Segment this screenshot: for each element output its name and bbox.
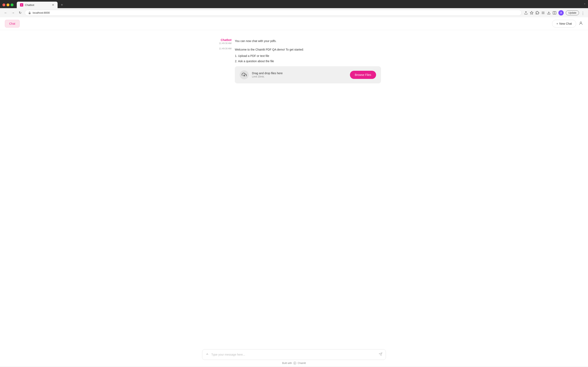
chevron-down-icon: ˅ — [584, 3, 586, 7]
lock-icon — [28, 11, 31, 14]
new-tab-button[interactable]: + — [59, 2, 65, 8]
app-header: Chat + New Chat — [0, 17, 588, 30]
send-button[interactable] — [379, 352, 382, 357]
chainlit-logo-icon — [293, 361, 296, 365]
chat-button[interactable]: Chat — [5, 20, 20, 27]
svg-marker-1 — [530, 11, 533, 14]
more-options-icon[interactable]: ⋮ — [581, 11, 585, 15]
browse-files-button[interactable]: Browse Files — [350, 71, 376, 79]
expand-input-button[interactable] — [206, 352, 209, 357]
url-bar[interactable]: localhost:8000 — [25, 10, 522, 16]
message-sender: Chatbot — [221, 38, 232, 42]
message-time-2: 11:49:30 AM — [219, 47, 232, 50]
tab-close-button[interactable]: ✕ — [52, 3, 54, 7]
download-icon[interactable] — [547, 11, 551, 15]
new-chat-icon: + — [556, 22, 558, 25]
message-meta: Chatbot 11:49:30 AM — [207, 38, 232, 44]
tab-title: Chatbot — [25, 3, 34, 7]
chainlit-brand-text: Chainlit — [298, 362, 306, 365]
forward-button[interactable]: → — [11, 10, 16, 16]
address-bar: ← → ↻ localhost:8000 — [0, 8, 588, 17]
message-content-2: Welcome to the Chainlit PDF QA demo! To … — [235, 47, 381, 83]
app-container: Chat + New Chat Chatbot 11:49:30 AM You — [0, 17, 588, 366]
list-item: Upload a PDF or text file — [238, 53, 381, 58]
steps-list: Upload a PDF or text file Ask a question… — [238, 53, 381, 64]
favicon-symbol: ✦ — [21, 4, 22, 6]
new-chat-button[interactable]: + New Chat — [552, 20, 576, 27]
back-button[interactable]: ← — [3, 10, 8, 16]
message-row-2: 11:49:30 AM Welcome to the Chainlit PDF … — [202, 46, 386, 84]
close-button[interactable] — [2, 3, 5, 6]
user-icon — [579, 21, 583, 25]
svg-rect-0 — [29, 13, 31, 14]
upload-icon[interactable] — [524, 11, 528, 15]
reading-list-icon[interactable] — [541, 11, 545, 15]
user-avatar-button[interactable]: A — [558, 10, 564, 16]
message-meta-2: 11:49:30 AM — [207, 47, 232, 83]
tab-bar: ✦ Chatbot ✕ + ˅ — [0, 0, 588, 8]
user-profile-button[interactable] — [579, 21, 583, 26]
active-tab[interactable]: ✦ Chatbot ✕ — [17, 2, 58, 8]
maximize-button[interactable] — [11, 3, 13, 6]
message-content: You can now chat with your pdfs. — [235, 38, 381, 44]
input-area: Built with Chainlit — [0, 346, 588, 366]
toolbar-icons: A Update ⋮ — [524, 10, 585, 16]
message-row: Chatbot 11:49:30 AM You can now chat wit… — [202, 37, 386, 46]
message-time: 11:49:30 AM — [219, 42, 232, 44]
file-upload-area[interactable]: Drag and drop files here Limit 20mb. Bro… — [235, 66, 381, 83]
header-right: + New Chat — [552, 20, 583, 27]
chat-area: Chatbot 11:49:30 AM You can now chat wit… — [202, 30, 386, 346]
upload-left: Drag and drop files here Limit 20mb. — [240, 70, 283, 79]
browser-chrome: ✦ Chatbot ✕ + ˅ ← → ↻ localhost:8000 — [0, 0, 588, 17]
list-item: Ask a question about the file — [238, 59, 381, 64]
tab-favicon-icon: ✦ — [20, 3, 23, 7]
minimize-button[interactable] — [7, 3, 9, 6]
bookmark-star-icon[interactable] — [530, 11, 534, 15]
upload-text: Drag and drop files here Limit 20mb. — [252, 72, 283, 78]
upload-cloud-icon — [240, 70, 249, 79]
built-with-text: Built with — [282, 362, 292, 365]
url-text: localhost:8000 — [33, 11, 50, 14]
window-controls — [2, 3, 13, 6]
extensions-icon[interactable] — [536, 11, 539, 15]
message-input[interactable] — [211, 353, 376, 356]
split-view-icon[interactable] — [553, 11, 556, 15]
intro-text: Welcome to the Chainlit PDF QA demo! To … — [235, 47, 381, 52]
message-text: You can now chat with your pdfs. — [235, 39, 381, 43]
svg-point-7 — [580, 22, 581, 23]
reload-button[interactable]: ↻ — [18, 10, 22, 16]
tab-end: ˅ — [584, 3, 586, 7]
new-chat-label: New Chat — [559, 22, 572, 25]
limit-text: Limit 20mb. — [252, 75, 283, 78]
input-box — [202, 349, 386, 360]
drag-drop-text: Drag and drop files here — [252, 72, 283, 75]
update-button[interactable]: Update — [566, 10, 579, 15]
built-with-footer: Built with Chainlit — [282, 361, 306, 365]
